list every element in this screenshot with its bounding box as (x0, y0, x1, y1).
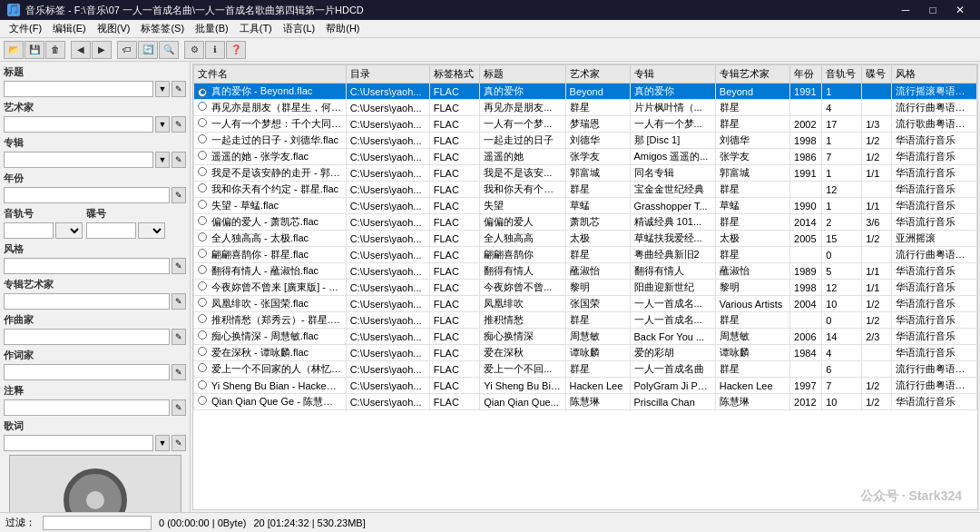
year-input[interactable] (4, 187, 170, 203)
title-edit-btn[interactable]: ✎ (172, 81, 186, 97)
col-genre[interactable]: 风格 (891, 65, 976, 84)
menu-help[interactable]: 帮助(H) (320, 21, 365, 36)
album-field-group: 专辑 ▼ ✎ (4, 136, 186, 168)
title-field-group: 标题 ▼ ✎ (4, 65, 186, 97)
table-row[interactable]: 再见亦是朋友（群星生，何频盖）- 群星.flacC:\Users\yaoh...… (194, 100, 977, 116)
table-row[interactable]: 我和你天有个约定 - 群星.flacC:\Users\yaoh...FLAC我和… (194, 182, 977, 198)
tb-settings[interactable]: ⚙ (184, 41, 204, 59)
disc-select[interactable] (138, 222, 165, 239)
tb-info[interactable]: ℹ (205, 41, 225, 59)
tb-open[interactable]: 📂 (4, 41, 24, 59)
lyricist-label: 作词家 (4, 349, 186, 362)
table-row[interactable]: 痴心换情深 - 周慧敏.flacC:\Users\yaoh...FLAC痴心换情… (194, 329, 977, 345)
disc-input[interactable] (86, 222, 136, 239)
col-album-artist[interactable]: 专辑艺术家 (715, 65, 789, 84)
minimize-button[interactable]: ─ (893, 0, 918, 20)
table-row[interactable]: 遥遥的她 - 张学友.flacC:\Users\yaoh...FLAC遥遥的她张… (194, 149, 977, 165)
lyrics-input[interactable] (4, 435, 153, 451)
col-filename[interactable]: 文件名 (194, 65, 347, 84)
album-art[interactable] (9, 455, 181, 512)
table-row[interactable]: 偏偏的爱人 - 萧凯芯.flacC:\Users\yaoh...FLAC偏偏的爱… (194, 214, 977, 231)
row-radio (198, 102, 207, 111)
table-row[interactable]: 翩翩喜鹊你 - 群星.flacC:\Users\yaoh...FLAC翩翩喜鹊你… (194, 247, 977, 263)
lyrics-search-btn[interactable]: ▼ (155, 435, 170, 451)
album-edit-btn[interactable]: ✎ (172, 152, 186, 168)
lyricist-edit-btn[interactable]: ✎ (172, 364, 186, 380)
col-album[interactable]: 专辑 (630, 65, 715, 84)
track-label: 音轨号 (4, 207, 83, 221)
lyricist-input[interactable] (4, 364, 170, 380)
tb-search[interactable]: 🔍 (159, 41, 179, 59)
col-track[interactable]: 音轨号 (822, 65, 862, 84)
menu-batch[interactable]: 批量(B) (190, 21, 234, 36)
row-radio (198, 151, 207, 160)
table-row[interactable]: 全人独高高 - 太极.flacC:\Users\yaoh...FLAC全人独高高… (194, 231, 977, 247)
table-row[interactable]: Qian Qian Que Ge - 陈慧琳.flacC:\Users\yaoh… (194, 394, 977, 410)
row-radio (198, 232, 207, 241)
artist-input[interactable] (4, 116, 153, 133)
table-row[interactable]: 推积情愁（郑秀云）- 群星.flacC:\Users\yaoh...FLAC推积… (194, 312, 977, 329)
maximize-button[interactable]: □ (920, 0, 946, 20)
comment-input[interactable] (4, 399, 170, 416)
year-edit-btn[interactable]: ✎ (172, 187, 186, 203)
title-label: 标题 (4, 65, 186, 79)
album-input[interactable] (4, 152, 153, 168)
lyrics-edit-btn[interactable]: ✎ (172, 435, 186, 451)
table-row[interactable]: 爱上一个不回家的人（林忆莲）- 群星.flacC:\Users\yaoh...F… (194, 361, 977, 378)
composer-edit-btn[interactable]: ✎ (172, 329, 186, 345)
tb-delete[interactable]: 🗑 (45, 41, 65, 59)
table-row[interactable]: Yi Sheng Bu Bian - Hacken Lee.flacC:\Use… (194, 378, 977, 394)
col-title[interactable]: 标题 (480, 65, 565, 84)
album-artist-field-group: 专辑艺术家 ✎ (4, 278, 186, 310)
title-input[interactable] (4, 81, 153, 97)
tb-help[interactable]: ❓ (226, 41, 246, 59)
table-row[interactable]: 一人有一个梦想：千个大同（Live）- 梦瑞恩.flacC:\Users\yao… (194, 116, 977, 133)
artist-search-btn[interactable]: ▼ (155, 116, 170, 133)
menu-tools[interactable]: 工具(T) (234, 21, 278, 36)
composer-input[interactable] (4, 329, 170, 345)
lyrics-label: 歌词 (4, 419, 186, 433)
row-radio (198, 216, 207, 225)
menu-file[interactable]: 文件(F) (4, 21, 47, 36)
table-row[interactable]: 爱在深秋 - 谭咏麟.flacC:\Users\yaoh...FLAC爱在深秋谭… (194, 345, 977, 361)
window-controls[interactable]: ─ □ ✕ (893, 0, 973, 20)
table-row[interactable]: 我是不是该安静的走开 - 郭富城.flacC:\Users\yaoh...FLA… (194, 165, 977, 182)
col-artist[interactable]: 艺术家 (565, 65, 630, 84)
col-disc[interactable]: 碟号 (862, 65, 891, 84)
table-row[interactable]: 今夜妳曾不曾来 [廣東版] - 黎明.flacC:\Users\yaoh...F… (194, 280, 977, 296)
menu-view[interactable]: 视图(V) (92, 21, 136, 36)
comment-edit-btn[interactable]: ✎ (172, 399, 186, 416)
genre-input[interactable] (4, 258, 170, 274)
position-info: 0 (00:00:00 | 0Byte) (159, 517, 246, 528)
col-format[interactable]: 标签格式 (429, 65, 480, 84)
tb-refresh[interactable]: 🔄 (138, 41, 158, 59)
tb-prev[interactable]: ◀ (71, 41, 91, 59)
table-row[interactable]: 失望 - 草蜢.flacC:\Users\yaoh...FLAC失望草蜢Gras… (194, 198, 977, 214)
menu-tags[interactable]: 标签签(S) (135, 21, 190, 36)
artist-edit-btn[interactable]: ✎ (172, 116, 186, 133)
album-artist-input[interactable] (4, 293, 170, 310)
composer-field-group: 作曲家 ✎ (4, 313, 186, 345)
genre-edit-btn[interactable]: ✎ (172, 258, 186, 274)
menu-edit[interactable]: 编辑(E) (47, 21, 92, 36)
menu-language[interactable]: 语言(L) (278, 21, 320, 36)
filter-input[interactable] (43, 516, 152, 530)
track-select[interactable] (55, 222, 83, 239)
tb-next[interactable]: ▶ (92, 41, 112, 59)
table-row[interactable]: 翻得有情人 - 蘸淑怡.flacC:\Users\yaoh...FLAC翻得有情… (194, 263, 977, 280)
col-year[interactable]: 年份 (790, 65, 822, 84)
tb-tag[interactable]: 🏷 (117, 41, 137, 59)
menu-bar: 文件(F) 编辑(E) 视图(V) 标签签(S) 批量(B) 工具(T) 语言(… (0, 20, 980, 38)
album-search-btn[interactable]: ▼ (155, 152, 170, 168)
file-table-container[interactable]: 文件名 目录 标签格式 标题 艺术家 专辑 专辑艺术家 年份 音轨号 碟号 风格… (192, 64, 978, 510)
row-radio (198, 396, 207, 405)
album-artist-edit-btn[interactable]: ✎ (172, 293, 186, 310)
table-row[interactable]: 真的爱你 - Beyond.flacC:\Users\yaoh...FLAC真的… (194, 84, 977, 100)
title-search-btn[interactable]: ▼ (155, 81, 170, 97)
track-input[interactable] (4, 222, 54, 239)
table-row[interactable]: 凤凰绯吹 - 张国荣.flacC:\Users\yaoh...FLAC凤凰绯吹张… (194, 296, 977, 312)
tb-save[interactable]: 💾 (24, 41, 44, 59)
table-row[interactable]: 一起走过的日子 - 刘德华.flacC:\Users\yaoh...FLAC一起… (194, 133, 977, 149)
col-dir[interactable]: 目录 (346, 65, 429, 84)
close-button[interactable]: ✕ (947, 0, 973, 20)
